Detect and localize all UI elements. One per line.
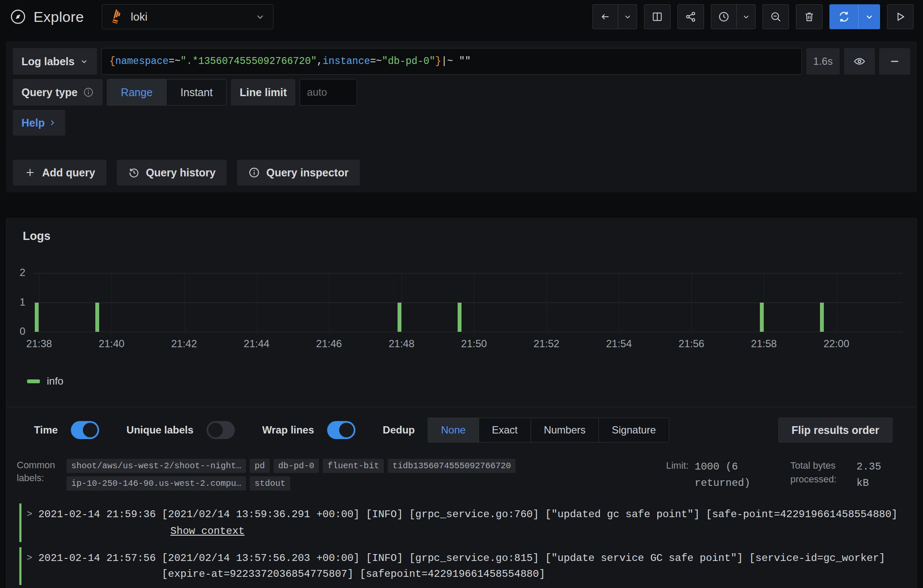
zoom-out-button[interactable] [762,4,789,29]
minus-icon [889,55,901,67]
x-axis-label: 21:50 [461,338,487,350]
dedup-option-numbers[interactable]: Numbers [531,418,598,442]
remove-query-button[interactable] [879,48,910,75]
grid-line-horizontal [33,273,903,273]
clock-icon [718,11,730,23]
add-query-label: Add query [42,167,95,179]
clear-button[interactable] [796,4,823,29]
share-button[interactable] [677,4,704,29]
log-volume-bar[interactable] [458,303,462,332]
x-axis-label: 21:54 [606,338,632,350]
run-query-dropdown-button[interactable] [858,5,880,29]
log-volume-bar[interactable] [35,303,39,332]
grid-line-vertical [39,273,39,332]
query-token: =~ [169,56,181,67]
chevron-down-icon [80,57,88,66]
query-inspector-button[interactable]: Query inspector [237,160,360,185]
dedup-option-signature[interactable]: Signature [598,418,669,442]
show-context-link[interactable]: Show context [170,523,245,539]
run-query-button-group[interactable] [829,4,880,29]
grid-line-horizontal [33,332,903,332]
legend-swatch-info[interactable] [27,379,40,383]
page-title: Explore [33,9,84,25]
time-picker-button[interactable] [711,5,736,29]
unique-labels-toggle-label: Unique labels [127,424,194,436]
grid-line-vertical [474,273,474,332]
legend-label-info[interactable]: info [47,375,64,387]
x-axis-label: 21:44 [244,338,270,350]
refresh-icon [838,10,850,23]
dedup-option-exact[interactable]: Exact [479,418,531,442]
query-token: "db-pd-0" [382,56,435,67]
disable-query-button[interactable] [844,48,875,75]
logs-meta: Common labels: shoot/aws/us-west-2/shoot… [6,453,917,498]
time-picker-dropdown-button[interactable] [736,5,755,29]
flip-results-order-button[interactable]: Flip results order [778,418,893,443]
log-timestamp: 2021-02-14 21:59:36 [38,506,156,522]
back-button[interactable] [593,5,618,29]
limit-label: Limit: [666,459,689,491]
info-circle-icon [248,167,260,179]
dedup-option-none[interactable]: None [428,418,478,442]
grid-line-vertical [692,273,692,332]
info-circle-icon [83,87,94,98]
query-duration-badge: 1.6s [806,48,840,75]
chevron-down-icon [742,12,750,21]
time-toggle-label: Time [34,424,58,436]
query-token: , [317,56,323,67]
total-bytes-value: 2.35 kB [856,459,893,491]
time-picker-group[interactable] [711,4,756,29]
grid-line-vertical [836,273,837,332]
chart-legend: info [27,375,917,387]
line-limit-label: Line limit [240,86,287,99]
add-query-button[interactable]: Add query [13,160,106,185]
help-label: Help [21,117,45,129]
split-view-icon [651,11,663,23]
back-dropdown-button[interactable] [618,5,637,29]
log-volume-bar[interactable] [95,303,99,332]
live-button[interactable] [887,4,914,29]
datasource-picker[interactable]: loki [102,4,273,29]
query-input[interactable]: {namespace=~".*1356074555092766720",inst… [101,48,802,75]
log-message: [2021/02/14 13:57:56.203 +00:00] [INFO] … [162,550,904,582]
query-history-label: Query history [146,167,216,179]
log-volume-bar[interactable] [820,303,824,332]
split-view-button[interactable] [644,4,671,29]
x-axis-label: 21:40 [99,338,124,350]
run-query-button[interactable] [830,5,858,29]
x-axis-label: 21:46 [316,338,342,350]
logs-chart: 01221:3821:4021:4221:4421:4621:4821:5021… [6,256,917,363]
history-icon [128,167,140,179]
limit-value: 1000 (6 returned) [695,459,770,491]
line-limit-label-box: Line limit [231,79,295,106]
expand-row-icon[interactable]: > [27,506,32,522]
chevron-down-icon [255,12,265,22]
log-volume-bar[interactable] [760,303,764,332]
line-limit-input[interactable] [300,79,357,106]
header: Explore loki [0,0,923,33]
query-type-option-range[interactable]: Range [107,79,167,105]
unique-labels-toggle[interactable] [206,421,235,439]
log-labels-label: Log labels [21,55,75,68]
y-axis-label: 2 [6,267,25,279]
back-button-group[interactable] [592,4,637,29]
time-toggle[interactable] [71,421,99,439]
x-axis-label: 21:42 [171,338,197,350]
log-labels-button[interactable]: Log labels [13,48,97,75]
log-volume-bar[interactable] [398,303,401,332]
grid-line-vertical [184,273,185,332]
log-message: [2021/02/14 13:59:36.291 +00:00] [INFO] … [162,506,898,539]
log-row[interactable]: >2021-02-14 21:57:56[2021/02/14 13:57:56… [19,547,904,585]
query-type-option-instant[interactable]: Instant [166,79,226,105]
loki-logo-icon [110,9,124,24]
query-token: } [435,56,441,67]
expand-row-icon[interactable]: > [27,550,32,566]
query-token: instance [323,56,370,67]
plus-icon [24,167,36,179]
help-button[interactable]: Help [13,110,65,136]
log-row[interactable]: >2021-02-14 21:59:36[2021/02/14 13:59:36… [19,503,904,542]
wrap-lines-toggle[interactable] [327,421,355,439]
common-label-tag: db-pd-0 [273,459,319,473]
query-history-button[interactable]: Query history [117,160,227,185]
query-token: =~ [370,56,382,67]
